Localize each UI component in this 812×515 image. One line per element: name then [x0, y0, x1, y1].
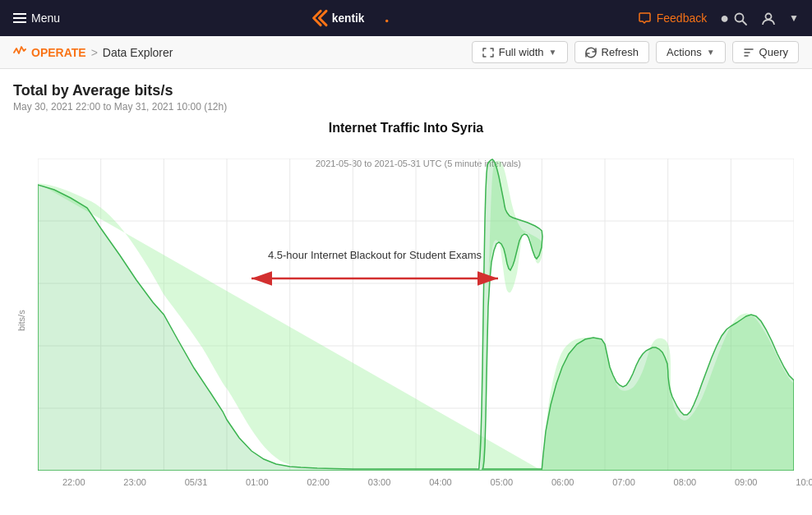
fullwidth-icon — [482, 47, 494, 58]
x-label-23: 23:00 — [123, 477, 146, 487]
x-label-02: 02:00 — [307, 477, 330, 487]
x-label-22: 22:00 — [62, 477, 85, 487]
date-range: May 30, 2021 22:00 to May 31, 2021 10:00… — [13, 101, 799, 113]
fullwidth-button[interactable]: Full width ▼ — [472, 41, 568, 63]
kentik-logo[interactable]: kentik — [307, 8, 391, 28]
chart-title: Internet Traffic Into Syria — [13, 121, 799, 136]
chart-svg-container: 4.5-hour Internet Blackout for Student E… — [38, 159, 794, 471]
annotation-text: 4.5-hour Internet Blackout for Student E… — [243, 249, 506, 261]
fullwidth-label: Full width — [499, 46, 544, 58]
breadcrumb-page[interactable]: Data Explorer — [103, 46, 173, 59]
x-axis-labels: 22:00 23:00 05/31 01:00 02:00 03:00 04:0… — [62, 477, 812, 487]
x-label-10: 10:00 — [796, 477, 812, 487]
annotation: 4.5-hour Internet Blackout for Student E… — [243, 249, 506, 294]
breadcrumb: OPERATE > Data Explorer — [13, 44, 173, 61]
user-icon[interactable] — [761, 10, 776, 27]
refresh-icon — [585, 47, 597, 58]
sub-nav-actions: Full width ▼ Refresh Actions ▼ Query — [468, 41, 799, 63]
x-label-03: 03:00 — [368, 477, 391, 487]
nav-right: Feedback ● ▼ — [639, 10, 799, 27]
chart-wrap: bits/s — [13, 159, 799, 487]
menu-label: Menu — [31, 11, 60, 25]
query-label: Query — [759, 46, 788, 58]
feedback-icon — [639, 11, 652, 25]
svg-point-1 — [385, 20, 388, 22]
x-label-01: 01:00 — [246, 477, 269, 487]
chart-svg — [38, 159, 794, 471]
svg-text:kentik: kentik — [332, 12, 365, 25]
logo-svg: kentik — [307, 8, 391, 28]
query-button[interactable]: Query — [732, 41, 799, 63]
y-axis-label: bits/s — [16, 315, 26, 331]
actions-arrow: ▼ — [707, 48, 715, 57]
x-label-04: 04:00 — [429, 477, 452, 487]
x-label-08: 08:00 — [674, 477, 697, 487]
actions-label: Actions — [667, 46, 702, 58]
fullwidth-arrow: ▼ — [549, 48, 557, 57]
operate-label[interactable]: OPERATE — [31, 46, 86, 59]
menu-button[interactable]: Menu — [13, 11, 60, 25]
chevron-down-icon[interactable]: ▼ — [789, 12, 799, 24]
nav-left: Menu — [13, 11, 60, 25]
main-content: Total by Average bits/s May 30, 2021 22:… — [0, 69, 812, 474]
actions-button[interactable]: Actions ▼ — [656, 41, 726, 63]
search-icon[interactable]: ● — [720, 10, 748, 27]
x-label-0531: 05/31 — [185, 477, 208, 487]
feedback-label: Feedback — [657, 11, 707, 25]
chart-container: Internet Traffic Into Syria bits/s — [13, 121, 799, 474]
x-label-09: 09:00 — [735, 477, 758, 487]
sub-nav: OPERATE > Data Explorer Full width ▼ Ref… — [0, 36, 812, 69]
svg-point-3 — [766, 13, 772, 19]
top-nav: Menu kentik Feedback ● — [0, 0, 812, 36]
annotation-arrow — [243, 266, 506, 291]
hamburger-icon — [13, 13, 26, 23]
x-label-05: 05:00 — [491, 477, 514, 487]
x-label-06: 06:00 — [551, 477, 574, 487]
left-title: Total by Average bits/s — [13, 82, 799, 99]
breadcrumb-separator: > — [91, 46, 98, 59]
operate-icon — [13, 44, 26, 61]
chart-header-left: Total by Average bits/s May 30, 2021 22:… — [13, 82, 799, 113]
x-label-07: 07:00 — [612, 477, 635, 487]
query-icon — [743, 47, 754, 58]
feedback-button[interactable]: Feedback — [639, 11, 707, 25]
refresh-button[interactable]: Refresh — [574, 41, 650, 63]
refresh-label: Refresh — [602, 46, 639, 58]
